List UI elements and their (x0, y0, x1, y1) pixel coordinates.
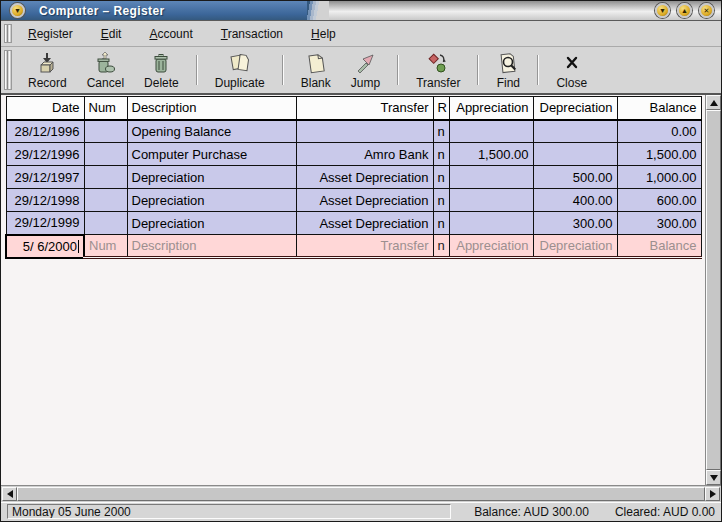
cell-num[interactable] (84, 212, 127, 235)
col-header-date: Date (6, 97, 84, 120)
close-button[interactable]: ✕ (699, 3, 714, 18)
menubar-grip-handle[interactable] (4, 24, 12, 43)
record-icon (35, 51, 59, 75)
cell-transfer[interactable]: Asset Depreciation (296, 166, 433, 189)
find-button[interactable]: Find (489, 49, 527, 92)
col-header-transfer: Transfer (296, 97, 433, 120)
scroll-up-button[interactable] (706, 95, 721, 110)
description-input-cell[interactable]: Description (127, 235, 296, 258)
menu-register[interactable]: Register (18, 24, 83, 44)
cell-transfer[interactable] (296, 120, 433, 143)
close-register-button[interactable]: Close (549, 49, 594, 92)
status-balance: Balance: AUD 300.00 (474, 505, 589, 519)
cancel-button[interactable]: Cancel (80, 49, 131, 92)
scroll-left-button[interactable] (2, 487, 17, 501)
maximize-button[interactable]: ▲ (677, 3, 692, 18)
blank-transaction-row[interactable]: 5/ 6/2000 Num Description Transfer n App… (6, 235, 701, 258)
cell-appreciation[interactable] (449, 166, 533, 189)
minimize-button[interactable]: ▼ (655, 3, 670, 18)
up-arrow-icon (710, 100, 718, 106)
transfer-button[interactable]: Transfer (409, 49, 467, 92)
transaction-row[interactable]: 29/12/1999 Depreciation Asset Depreciati… (6, 212, 701, 235)
cell-reconcile[interactable]: n (433, 189, 449, 212)
balance-input-cell[interactable]: Balance (617, 235, 701, 258)
cell-description[interactable]: Opening Balance (127, 120, 296, 143)
cell-transfer[interactable]: Asset Depreciation (296, 212, 433, 235)
reconcile-input-cell[interactable]: n (433, 235, 449, 258)
cell-description[interactable]: Depreciation (127, 189, 296, 212)
menu-transaction[interactable]: Transaction (211, 24, 293, 44)
cell-reconcile[interactable]: n (433, 120, 449, 143)
depreciation-input-cell[interactable]: Depreciation (533, 235, 617, 258)
transfer-input-cell[interactable]: Transfer (296, 235, 433, 258)
window-title: Computer – Register (39, 4, 165, 18)
cell-depreciation[interactable]: 400.00 (533, 189, 617, 212)
cell-appreciation[interactable] (449, 120, 533, 143)
vertical-scrollbar[interactable] (705, 95, 721, 485)
num-input-cell[interactable]: Num (84, 235, 127, 258)
menu-help[interactable]: Help (301, 24, 346, 44)
cell-appreciation[interactable]: 1,500.00 (449, 143, 533, 166)
horizontal-scrollbar-thumb[interactable] (17, 487, 705, 501)
cell-appreciation[interactable] (449, 189, 533, 212)
jump-button[interactable]: Jump (344, 49, 387, 92)
cell-balance[interactable]: 1,500.00 (617, 143, 701, 166)
cell-description[interactable]: Depreciation (127, 166, 296, 189)
cell-depreciation[interactable] (533, 120, 617, 143)
blank-button[interactable]: Blank (294, 49, 338, 92)
toolbar-separator (282, 55, 284, 85)
cell-reconcile[interactable]: n (433, 143, 449, 166)
col-header-balance: Balance (617, 97, 701, 120)
cell-balance[interactable]: 0.00 (617, 120, 701, 143)
toolbar-grip-handle[interactable] (4, 50, 12, 90)
cell-num[interactable] (84, 143, 127, 166)
scroll-down-button[interactable] (706, 470, 721, 485)
close-x-icon (560, 51, 584, 75)
cell-transfer[interactable]: Amro Bank (296, 143, 433, 166)
cell-date[interactable]: 29/12/1996 (6, 143, 84, 166)
duplicate-button[interactable]: Duplicate (208, 49, 272, 92)
cell-date[interactable]: 29/12/1998 (6, 189, 84, 212)
duplicate-icon (228, 51, 252, 75)
transaction-row[interactable]: 29/12/1997 Depreciation Asset Depreciati… (6, 166, 701, 189)
cell-num[interactable] (84, 120, 127, 143)
transaction-row[interactable]: 29/12/1998 Depreciation Asset Depreciati… (6, 189, 701, 212)
transaction-row[interactable]: 29/12/1996 Computer Purchase Amro Bank n… (6, 143, 701, 166)
cell-reconcile[interactable]: n (433, 166, 449, 189)
cell-depreciation[interactable]: 300.00 (533, 212, 617, 235)
cell-date[interactable]: 28/12/1996 (6, 120, 84, 143)
status-date: Monday 05 June 2000 (7, 504, 451, 519)
col-header-num: Num (84, 97, 127, 120)
cell-balance[interactable]: 1,000.00 (617, 166, 701, 189)
cell-appreciation[interactable] (449, 212, 533, 235)
menu-account[interactable]: Account (139, 24, 202, 44)
vertical-scrollbar-thumb[interactable] (706, 110, 721, 470)
register-main-area: Date Num Description Transfer R Apprecia… (1, 95, 721, 485)
appreciation-input-cell[interactable]: Appreciation (449, 235, 533, 258)
scroll-right-button[interactable] (705, 487, 720, 501)
delete-button[interactable]: Delete (137, 49, 186, 92)
cell-description[interactable]: Computer Purchase (127, 143, 296, 166)
window-menu-button[interactable]: ▼ (10, 3, 25, 18)
left-arrow-icon (7, 490, 13, 498)
cell-depreciation[interactable] (533, 143, 617, 166)
menubar: Register Edit Account Transaction Help (1, 21, 721, 47)
horizontal-scrollbar[interactable] (1, 485, 721, 502)
status-cleared: Cleared: AUD 0.00 (615, 505, 715, 519)
cell-description[interactable]: Depreciation (127, 212, 296, 235)
cell-transfer[interactable]: Asset Depreciation (296, 189, 433, 212)
register-area: Date Num Description Transfer R Apprecia… (1, 95, 705, 485)
cell-date[interactable]: 29/12/1999 (6, 212, 84, 235)
cell-balance[interactable]: 600.00 (617, 189, 701, 212)
cell-depreciation[interactable]: 500.00 (533, 166, 617, 189)
date-input-cell[interactable]: 5/ 6/2000 (6, 235, 84, 258)
cell-num[interactable] (84, 189, 127, 212)
record-button[interactable]: Record (21, 49, 74, 92)
cell-date[interactable]: 29/12/1997 (6, 166, 84, 189)
cell-reconcile[interactable]: n (433, 212, 449, 235)
transaction-row[interactable]: 28/12/1996 Opening Balance n 0.00 (6, 120, 701, 143)
cell-num[interactable] (84, 166, 127, 189)
cell-balance[interactable]: 300.00 (617, 212, 701, 235)
menu-edit[interactable]: Edit (91, 24, 132, 44)
titlebar[interactable]: ▼ Computer – Register ▼ ▲ ✕ (1, 1, 721, 21)
